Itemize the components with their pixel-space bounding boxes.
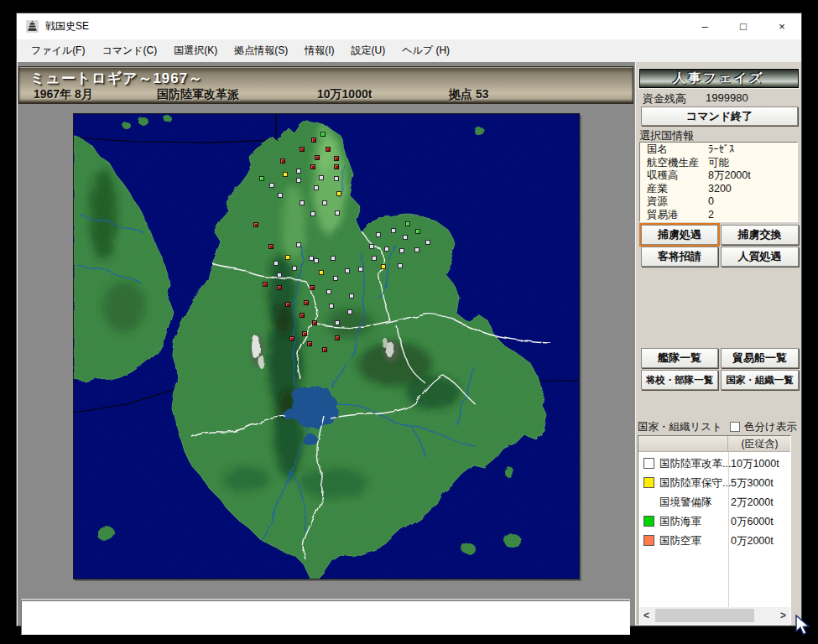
base-dot-white[interactable] [376,232,381,237]
org-row[interactable]: 国防空軍 0万2000t [638,531,790,550]
base-dot-red[interactable] [322,347,327,352]
guest-invite-button[interactable]: 客将招請 [641,247,718,267]
end-command-button[interactable]: コマンド終了 [641,106,798,126]
title-bar[interactable]: 戦国史SE – □ × [17,13,801,39]
base-dot-green[interactable] [405,221,410,226]
org-row[interactable]: 国境警備隊 2万2000t [638,492,790,512]
base-dot-yellow[interactable] [285,255,290,260]
base-dot-white[interactable] [274,261,279,266]
base-dot-white[interactable] [399,248,404,253]
org-col-header-strength[interactable]: (臣従含) [728,436,791,452]
org-row[interactable]: 国防海軍 0万6000t [638,512,790,531]
base-dot-white[interactable] [322,200,327,205]
base-dot-yellow[interactable] [283,172,288,177]
base-dot-white[interactable] [391,228,396,233]
close-button[interactable]: × [763,13,801,39]
base-dot-red[interactable] [310,164,315,169]
base-dot-white[interactable] [414,247,419,252]
base-dot-red[interactable] [304,300,309,305]
base-dot-yellow[interactable] [381,264,386,269]
base-dot-white[interactable] [326,289,331,294]
base-dot-red[interactable] [253,222,258,227]
menu-settings[interactable]: 設定(U) [343,40,394,62]
base-dot-white[interactable] [369,244,374,249]
menu-file[interactable]: ファイル(F) [23,40,93,62]
base-dot-white[interactable] [358,267,363,272]
horizontal-scrollbar[interactable]: < > [639,607,790,624]
colorize-checkbox[interactable] [730,422,740,432]
org-row[interactable]: 国防陸軍改革... 10万1000t [638,454,790,473]
scrollbar-thumb[interactable] [655,609,754,622]
pow-treatment-button[interactable]: 捕虜処遇 [641,225,718,245]
base-dot-white[interactable] [347,309,352,314]
base-dot-red[interactable] [277,285,282,290]
base-dot-white[interactable] [314,258,319,263]
base-dot-white[interactable] [296,178,301,183]
base-dot-red[interactable] [285,302,290,307]
officer-unit-list-button[interactable]: 将校・部隊一覧 [641,370,718,390]
base-dot-white[interactable] [398,263,403,268]
base-dot-white[interactable] [425,240,430,245]
org-listview[interactable]: (臣従含) 国防陸軍改革... 10万1000t 国防陸軍保守... 5万300… [638,435,791,625]
world-map[interactable] [73,113,580,579]
base-dot-white[interactable] [314,185,319,190]
base-dot-red[interactable] [263,282,268,287]
base-dot-yellow[interactable] [336,191,341,196]
base-dot-green[interactable] [259,176,264,181]
base-dot-yellow[interactable] [319,270,324,275]
base-dot-red[interactable] [310,285,315,290]
scroll-right-arrow[interactable]: > [776,607,790,624]
base-dot-red[interactable] [311,138,316,143]
fleet-list-button[interactable]: 艦隊一覧 [641,348,718,368]
message-box[interactable] [21,600,630,635]
base-dot-white[interactable] [292,266,297,271]
base-dot-white[interactable] [319,175,324,180]
base-dot-white[interactable] [335,320,340,325]
base-dot-white[interactable] [296,169,301,174]
base-dot-white[interactable] [403,235,408,240]
org-row[interactable]: 国防陸軍保守... 5万3000t [638,473,790,492]
base-dot-white[interactable] [384,247,389,252]
base-dot-red[interactable] [300,147,305,152]
base-dot-white[interactable] [331,256,336,261]
base-dot-red[interactable] [280,158,285,164]
base-dot-red[interactable] [326,147,331,152]
nation-org-list-button[interactable]: 国家・組織一覧 [721,370,799,390]
menu-country[interactable]: 国選択(K) [165,40,226,62]
base-dot-white[interactable] [296,242,301,247]
base-dot-red[interactable] [334,164,339,169]
minimize-button[interactable]: – [685,13,724,39]
scroll-left-arrow[interactable]: < [639,607,654,624]
base-dot-red[interactable] [300,313,305,318]
base-dot-white[interactable] [349,293,354,299]
base-dot-white[interactable] [329,304,334,309]
menu-base-info[interactable]: 拠点情報(S) [226,40,296,62]
trade-ship-list-button[interactable]: 貿易船一覧 [721,348,799,368]
base-dot-white[interactable] [333,276,338,281]
base-dot-white[interactable] [345,268,350,273]
base-dot-red[interactable] [315,155,320,160]
menu-help[interactable]: ヘルプ (H) [393,40,458,62]
base-dot-red[interactable] [335,335,340,340]
menu-command[interactable]: コマンド(C) [93,40,165,62]
maximize-button[interactable]: □ [724,13,763,39]
base-dot-white[interactable] [335,210,340,216]
menu-info[interactable]: 情報(I) [296,40,342,62]
base-dot-red[interactable] [302,331,307,336]
base-dot-white[interactable] [300,200,305,205]
base-dot-green[interactable] [415,229,420,234]
base-dot-red[interactable] [334,156,339,161]
org-col-header-name[interactable] [638,436,728,452]
base-dot-red[interactable] [268,244,274,249]
base-dot-white[interactable] [310,211,315,216]
base-dot-white[interactable] [278,193,283,198]
base-dot-white[interactable] [277,273,282,278]
hostage-treatment-button[interactable]: 人質処遇 [721,247,799,267]
base-dot-white[interactable] [269,183,274,188]
base-dot-green[interactable] [320,132,326,137]
base-dot-white[interactable] [334,176,339,181]
base-dot-red[interactable] [312,320,317,325]
base-dot-red[interactable] [289,336,294,341]
base-dot-white[interactable] [372,256,377,261]
base-dot-red[interactable] [307,341,312,346]
